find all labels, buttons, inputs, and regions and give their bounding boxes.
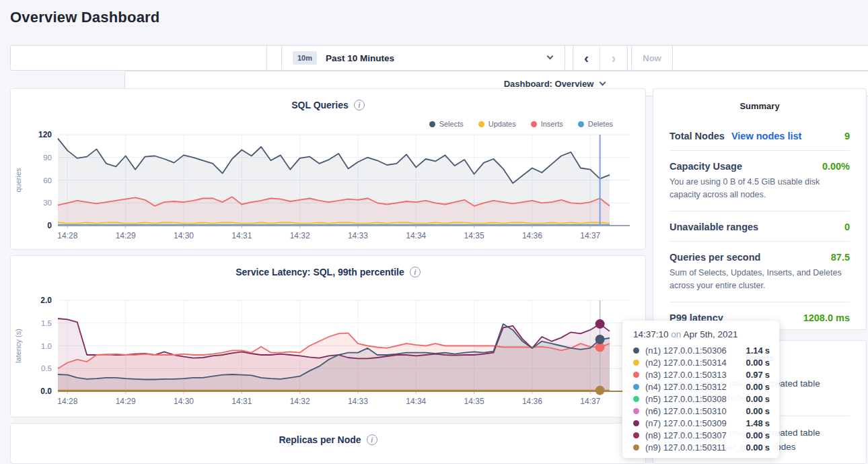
view-nodes-list-link[interactable]: View nodes list	[731, 131, 802, 141]
time-prev-button[interactable]: ‹	[573, 46, 600, 70]
total-nodes-label: Total Nodes	[670, 131, 725, 141]
total-nodes-value: 9	[844, 131, 850, 141]
legend-label: Selects	[439, 120, 464, 128]
tooltip-node-row: (n3) 127.0.0.1:503130.97s	[633, 368, 770, 380]
unavailable-ranges-row: Unavailable ranges 0	[670, 211, 850, 242]
total-nodes-row: Total Nodes View nodes list 9	[670, 121, 850, 151]
svg-text:14:35: 14:35	[464, 231, 484, 240]
tooltip-node-row: (n8) 127.0.0.1:503070.00s	[633, 429, 770, 441]
now-button[interactable]: Now	[631, 45, 673, 71]
svg-text:14:36: 14:36	[522, 231, 542, 240]
node-color-dot-icon	[633, 396, 639, 402]
tooltip-node-value: 0.00	[746, 358, 762, 368]
svg-text:14:30: 14:30	[174, 397, 194, 406]
time-range-badge: 10m	[293, 51, 317, 65]
summary-heading: Summary	[670, 101, 850, 111]
service-latency-chart[interactable]: 0.00.51.01.52.014:2814:2914:3014:3114:32…	[11, 295, 647, 409]
svg-text:14:29: 14:29	[116, 231, 136, 240]
legend-dot-icon	[429, 121, 435, 127]
sql-queries-card: SQL Queries i SelectsUpdatesInsertsDelet…	[10, 88, 646, 250]
capacity-usage-value: 0.00%	[822, 161, 850, 172]
svg-text:14:28: 14:28	[57, 397, 77, 406]
legend-item[interactable]: Inserts	[531, 120, 563, 128]
time-range-label: Past 10 Minutes	[326, 53, 394, 63]
tooltip-node-value: 1.48	[746, 418, 762, 428]
time-nav-group: ‹ ›	[573, 45, 628, 71]
svg-text:queries: queries	[14, 168, 22, 193]
tooltip-node-value: 0.00	[746, 394, 762, 404]
node-color-dot-icon	[633, 444, 639, 451]
tooltip-node-unit: s	[765, 370, 770, 380]
legend-item[interactable]: Updates	[478, 120, 516, 128]
chevron-down-icon	[600, 79, 606, 86]
tooltip-node-label: (n5) 127.0.0.1:50308	[645, 394, 742, 404]
svg-text:14:34: 14:34	[406, 231, 426, 240]
svg-text:1.0: 1.0	[41, 342, 52, 350]
tooltip-node-label: (n7) 127.0.0.1:50309	[645, 418, 742, 428]
svg-text:90: 90	[43, 154, 52, 162]
tooltip-node-value: 1.14	[746, 345, 762, 356]
svg-text:1.5: 1.5	[41, 319, 52, 327]
legend-item[interactable]: Deletes	[578, 120, 613, 128]
tooltip-node-label: (n8) 127.0.0.1:50307	[645, 430, 742, 440]
sql-queries-title: SQL Queries	[291, 100, 349, 110]
svg-text:2.0: 2.0	[40, 296, 52, 305]
svg-text:14:37: 14:37	[580, 397, 600, 406]
svg-text:120: 120	[38, 130, 52, 139]
unavailable-ranges-label: Unavailable ranges	[670, 222, 758, 232]
tooltip-node-unit: s	[765, 418, 770, 428]
chevron-down-icon	[547, 53, 554, 60]
svg-text:30: 30	[43, 199, 52, 207]
replicas-per-node-title: Replicas per Node	[279, 434, 361, 445]
legend-dot-icon	[531, 121, 537, 127]
time-next-button[interactable]: ›	[600, 46, 627, 70]
legend-label: Inserts	[541, 120, 563, 128]
tooltip-node-unit: s	[765, 358, 770, 368]
info-icon[interactable]: i	[354, 100, 365, 110]
page-title: Overview Dashboard	[10, 9, 159, 26]
info-icon[interactable]: i	[367, 434, 377, 445]
svg-text:14:32: 14:32	[290, 231, 310, 240]
tooltip-node-value: 0.00	[746, 406, 762, 416]
tooltip-timestamp: 14:37:10 on Apr 5th, 2021	[633, 329, 770, 339]
svg-text:14:29: 14:29	[116, 397, 136, 406]
tooltip-node-row: (n1) 127.0.0.1:503061.14s	[633, 344, 770, 356]
tooltip-node-unit: s	[765, 382, 770, 392]
capacity-usage-label: Capacity Usage	[670, 161, 742, 172]
tooltip-node-unit: s	[765, 406, 770, 416]
node-color-dot-icon	[633, 347, 639, 354]
capacity-usage-row: Capacity Usage 0.00% You are using 0 B o…	[670, 151, 850, 211]
chart-legend: SelectsUpdatesInsertsDeletes	[429, 120, 613, 128]
dashboard-dropdown-label: Dashboard: Overview	[504, 79, 594, 89]
node-color-dot-icon	[633, 432, 639, 438]
chart-hover-tooltip: 14:37:10 on Apr 5th, 2021 (n1) 127.0.0.1…	[622, 321, 779, 458]
svg-text:14:36: 14:36	[522, 397, 542, 406]
tooltip-node-value: 0.00	[746, 442, 762, 453]
controls-divider	[266, 44, 267, 71]
tooltip-node-row: (n4) 127.0.0.1:503120.00s	[633, 380, 770, 393]
svg-text:14:34: 14:34	[406, 397, 426, 406]
tooltip-node-row: (n9) 127.0.0.1:503110.00s	[633, 441, 770, 453]
svg-text:14:35: 14:35	[464, 397, 484, 406]
tooltip-rows: (n1) 127.0.0.1:503061.14s(n2) 127.0.0.1:…	[633, 344, 770, 453]
tooltip-node-unit: s	[765, 345, 770, 356]
service-latency-card: Service Latency: SQL, 99th percentile i …	[10, 255, 646, 418]
svg-text:0.0: 0.0	[40, 387, 52, 396]
tooltip-node-row: (n7) 127.0.0.1:503091.48s	[633, 417, 770, 429]
info-icon[interactable]: i	[410, 267, 421, 277]
tooltip-node-unit: s	[765, 394, 770, 404]
time-range-picker[interactable]: 10m Past 10 Minutes	[281, 45, 565, 71]
tooltip-node-label: (n6) 127.0.0.1:50310	[645, 406, 742, 416]
tooltip-node-row: (n6) 127.0.0.1:503100.00s	[633, 405, 770, 417]
tooltip-node-value: 0.97	[746, 370, 762, 380]
svg-text:0: 0	[47, 221, 52, 230]
legend-dot-icon	[478, 121, 484, 127]
sql-queries-chart[interactable]: 030609012014:2814:2914:3014:3114:3214:33…	[11, 129, 647, 244]
queries-per-second-label: Queries per second	[670, 252, 760, 263]
tooltip-node-row: (n5) 127.0.0.1:503080.00s	[633, 393, 770, 405]
svg-text:14:30: 14:30	[174, 231, 194, 240]
legend-item[interactable]: Selects	[429, 120, 464, 128]
tooltip-node-value: 0.00	[746, 382, 762, 392]
capacity-usage-description: You are using 0 B of 4.5 GiB usable disk…	[670, 176, 850, 202]
svg-text:14:32: 14:32	[290, 397, 310, 406]
